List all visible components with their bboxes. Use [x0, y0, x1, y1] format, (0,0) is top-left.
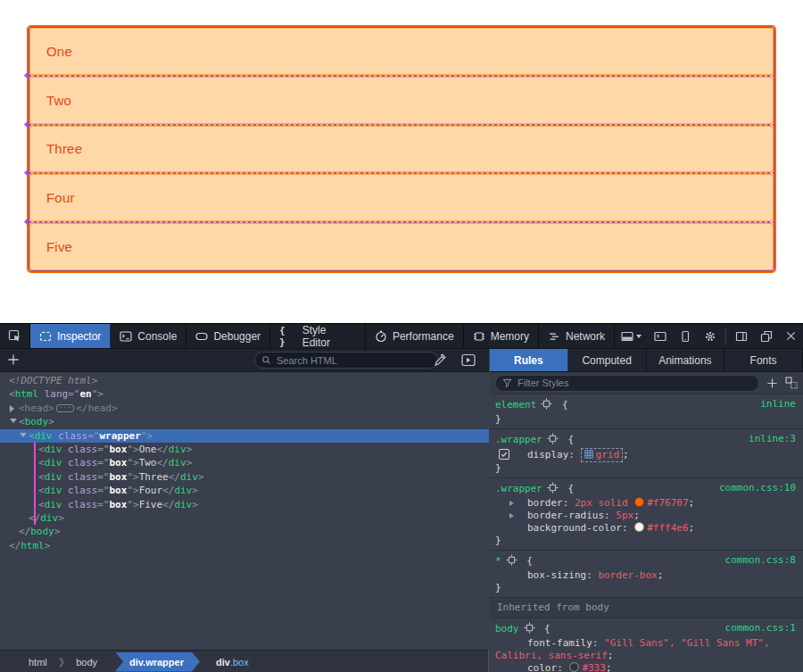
- property-name[interactable]: display: [527, 449, 568, 460]
- tab-network[interactable]: Network: [539, 324, 615, 348]
- color-hex-value[interactable]: #fff4e6: [647, 522, 688, 534]
- markup-line[interactable]: <div class="box">Two</div>: [0, 456, 489, 469]
- css-declaration[interactable]: display: grid;: [495, 448, 798, 462]
- pick-element-button[interactable]: [0, 324, 30, 348]
- create-node-button[interactable]: [7, 353, 20, 369]
- markup-line[interactable]: <head>···</head>: [0, 402, 489, 415]
- rule-selector[interactable]: element: [495, 399, 536, 411]
- markup-line[interactable]: <div class="box">Four</div>: [0, 484, 489, 497]
- highlight-selector-icon[interactable]: [541, 398, 552, 413]
- search-box[interactable]: [254, 352, 438, 369]
- pop-out-icon[interactable]: [754, 324, 779, 348]
- property-name[interactable]: border: [527, 497, 563, 509]
- close-brace: }: [495, 535, 798, 547]
- markup-line[interactable]: <body>: [0, 415, 489, 428]
- crumb-body[interactable]: body: [70, 657, 103, 668]
- markup-line[interactable]: <html lang="en">: [0, 387, 489, 401]
- expand-property-icon[interactable]: [509, 513, 514, 519]
- code-token: >: [45, 540, 51, 552]
- property-name[interactable]: color: [527, 662, 557, 672]
- expand-arrow-icon[interactable]: [10, 405, 14, 412]
- grid-highlighter-toggle[interactable]: grid: [581, 448, 624, 462]
- css-declaration[interactable]: border-radius: 5px;: [495, 510, 798, 522]
- tab-debugger[interactable]: Debugger: [186, 324, 270, 348]
- color-swatch[interactable]: [569, 662, 579, 672]
- markup-line[interactable]: </body>: [0, 525, 489, 538]
- color-swatch[interactable]: [634, 497, 644, 507]
- rule-source-link[interactable]: inline: [760, 398, 796, 411]
- tab-console[interactable]: Console: [111, 324, 186, 348]
- crumb-div-box[interactable]: div.box: [211, 657, 254, 668]
- color-swatch[interactable]: [634, 522, 644, 532]
- markup-line[interactable]: <!DOCTYPE html>: [0, 374, 489, 387]
- grid-box-label: One: [46, 44, 72, 59]
- split-console-icon[interactable]: [648, 324, 673, 348]
- property-name[interactable]: border-radius: [527, 510, 604, 521]
- markup-line[interactable]: </div>: [0, 511, 489, 525]
- close-icon[interactable]: [779, 324, 803, 348]
- rule-selector[interactable]: body: [495, 623, 519, 635]
- color-hex-value[interactable]: #333: [582, 662, 606, 672]
- rule-source-link[interactable]: inline:3: [749, 433, 796, 445]
- collapse-arrow-icon[interactable]: [20, 433, 27, 437]
- css-declaration[interactable]: border: 2px solid #f76707;: [495, 497, 798, 510]
- search-input[interactable]: [275, 354, 431, 367]
- markup-line[interactable]: </html>: [0, 539, 489, 552]
- css-declaration[interactable]: box-sizing: border-box;: [495, 569, 798, 582]
- tab-performance[interactable]: Performance: [366, 324, 464, 348]
- tab-style-editor[interactable]: { }Style Editor: [270, 324, 366, 348]
- collapsed-content-icon[interactable]: ···: [56, 404, 74, 412]
- markup-line[interactable]: <div class="wrapper">: [0, 429, 489, 443]
- tab-animations[interactable]: Animations: [647, 349, 725, 371]
- eyedropper-icon[interactable]: [434, 353, 447, 370]
- collapse-arrow-icon[interactable]: [10, 419, 17, 423]
- property-name[interactable]: font-family: [527, 637, 592, 649]
- code-token: >: [186, 457, 193, 469]
- rule-selector-line: .wrapper {inline:3: [495, 433, 798, 448]
- markup-line[interactable]: <div class="box">Three</div>: [0, 470, 489, 484]
- responsive-mode-icon[interactable]: [673, 324, 698, 348]
- rule-selector[interactable]: *: [495, 555, 501, 567]
- tab-fonts[interactable]: Fonts: [724, 349, 803, 371]
- declaration-checkbox[interactable]: [499, 449, 509, 460]
- property-value[interactable]: border-box: [598, 569, 657, 581]
- crumb-div-wrapper[interactable]: div.wrapper: [115, 652, 200, 672]
- expand-property-icon[interactable]: [509, 501, 514, 506]
- grid-icon[interactable]: [584, 449, 596, 460]
- crumb-html[interactable]: html: [23, 657, 53, 668]
- crumb-part: div: [216, 657, 230, 668]
- highlight-selector-icon[interactable]: [547, 433, 559, 448]
- markup-line[interactable]: <div class="box">Five</div>: [0, 498, 489, 511]
- property-value[interactable]: 5px: [616, 510, 633, 521]
- rule-source-link[interactable]: common.css:8: [725, 554, 796, 567]
- rule-selector[interactable]: .wrapper: [495, 483, 542, 494]
- highlight-selector-icon[interactable]: [524, 622, 535, 637]
- property-value[interactable]: 2px solid: [575, 497, 628, 509]
- css-declaration[interactable]: background-color: #fff4e6;: [495, 522, 798, 535]
- pseudo-class-panel-icon[interactable]: [785, 377, 798, 389]
- demo-page: OneTwoThreeFourFive: [0, 0, 803, 323]
- tab-rules[interactable]: Rules: [490, 349, 568, 371]
- settings-icon[interactable]: [698, 324, 723, 348]
- property-name[interactable]: background-color: [527, 522, 622, 534]
- dock-side-icon[interactable]: [615, 324, 648, 348]
- markup-line[interactable]: <div class="box">One</div>: [0, 443, 489, 456]
- highlight-selector-icon[interactable]: [506, 554, 517, 569]
- tab-inspector[interactable]: Inspector: [30, 324, 111, 348]
- rule-selector[interactable]: .wrapper: [495, 434, 542, 445]
- css-declaration[interactable]: font-family: "Gill Sans", "Gill Sans MT"…: [495, 637, 798, 662]
- css-declaration[interactable]: color: #333;: [495, 662, 798, 672]
- highlight-selector-icon[interactable]: [547, 482, 559, 497]
- tab-memory[interactable]: Memory: [464, 324, 539, 348]
- property-value[interactable]: grid: [596, 449, 620, 460]
- filter-styles-box[interactable]: [495, 375, 759, 392]
- rule-source-link[interactable]: common.css:1: [725, 622, 796, 635]
- three-pane-toggle-icon[interactable]: [461, 353, 476, 370]
- color-hex-value[interactable]: #f76707: [647, 497, 688, 509]
- add-rule-button[interactable]: [766, 377, 778, 389]
- tab-computed[interactable]: Computed: [568, 349, 647, 371]
- rule-source-link[interactable]: common.css:10: [719, 482, 796, 494]
- filter-styles-input[interactable]: [516, 377, 752, 389]
- sidebar-toggle-icon[interactable]: [729, 324, 754, 348]
- property-name[interactable]: box-sizing: [527, 569, 586, 581]
